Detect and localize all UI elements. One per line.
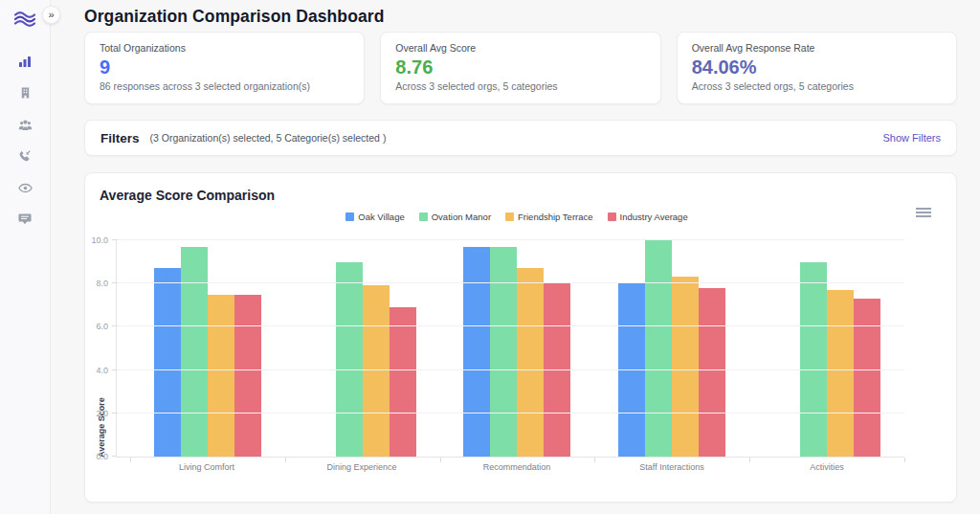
stat-label: Total Organizations <box>100 42 349 54</box>
filters-bar: Filters (3 Organization(s) selected, 5 C… <box>84 120 957 156</box>
legend-swatch <box>608 212 616 221</box>
y-tick-mark <box>112 413 117 413</box>
gridline <box>117 282 904 283</box>
bar-industry-average[interactable] <box>854 299 880 457</box>
y-tick-label: 6.0 <box>96 322 108 331</box>
legend-item-industry-average[interactable]: Industry Average <box>608 212 688 222</box>
building-icon[interactable] <box>14 83 35 102</box>
legend-swatch <box>505 212 514 221</box>
legend-item-ovation-manor[interactable]: Ovation Manor <box>419 212 491 222</box>
app-logo waves-logo-icon[interactable] <box>11 8 39 31</box>
x-axis-labels: Living ComfortDining ExperienceRecommend… <box>129 462 904 472</box>
stat-label: Overall Avg Score <box>395 42 645 54</box>
y-tick-mark <box>112 369 117 370</box>
phone-incoming-icon[interactable] <box>14 146 35 166</box>
y-tick-mark <box>112 282 117 283</box>
legend-item-oak-village[interactable]: Oak Village <box>345 212 404 222</box>
hamburger-menu-icon[interactable] <box>916 208 931 219</box>
bar-ovation-manor[interactable] <box>336 262 363 457</box>
sidebar-nav <box>14 52 35 229</box>
bar-ovation-manor[interactable] <box>800 262 827 457</box>
bar-chart-icon[interactable] <box>14 52 35 71</box>
stat-value: 9 <box>100 55 349 79</box>
stat-subtext: 86 responses across 3 selected organizat… <box>100 80 349 92</box>
y-tick-label: 4.0 <box>96 366 108 375</box>
y-tick-label: 2.0 <box>96 409 108 418</box>
stat-subtext: Across 3 selected orgs, 5 categories <box>692 80 942 92</box>
bar-industry-average[interactable] <box>390 307 416 457</box>
legend-label: Friendship Terrace <box>518 212 593 222</box>
bar-ovation-manor[interactable] <box>645 240 672 457</box>
y-tick-label: 8.0 <box>96 279 108 288</box>
y-axis-title: Average Score <box>97 240 106 458</box>
x-category-label: Living Comfort <box>129 462 284 472</box>
filters-title: Filters <box>100 131 140 145</box>
gridline <box>117 413 904 413</box>
x-category-label: Dining Experience <box>284 462 439 472</box>
legend-swatch <box>345 212 354 221</box>
page-title: Organization Comparison Dashboard <box>84 5 957 28</box>
chart-plot-area: 0.02.04.06.08.010.0 <box>116 240 904 458</box>
bar-friendship-terrace[interactable] <box>517 268 544 457</box>
y-tick-mark <box>112 239 117 240</box>
chart-bar-slots <box>130 240 904 457</box>
stat-label: Overall Avg Response Rate <box>692 42 942 54</box>
x-category-label: Activities <box>749 462 904 472</box>
bar-friendship-terrace[interactable] <box>827 290 854 457</box>
sidebar <box>0 0 51 514</box>
x-category-label: Recommendation <box>439 462 594 472</box>
bar-group-activities <box>749 240 904 457</box>
gridline <box>117 239 904 240</box>
stats-row: Total Organizations 9 86 responses acros… <box>84 32 957 104</box>
stat-card-total-organizations: Total Organizations 9 86 responses acros… <box>84 32 365 104</box>
chart-title: Average Score Comparison <box>100 188 275 203</box>
users-icon[interactable] <box>14 115 35 134</box>
eye-icon[interactable] <box>14 178 35 197</box>
stat-card-overall-avg-response-rate: Overall Avg Response Rate 84.06% Across … <box>677 32 957 104</box>
chat-icon[interactable] <box>14 210 35 229</box>
bar-oak-village[interactable] <box>463 247 490 457</box>
sidebar-expand-button chevrons-right-icon[interactable]: » <box>42 6 60 24</box>
filters-selection-summary: (3 Organization(s) selected, 5 Categorie… <box>150 132 387 144</box>
legend-label: Oak Village <box>358 212 404 222</box>
x-category-label: Staff Interactions <box>594 462 749 472</box>
stat-card-overall-avg-score: Overall Avg Score 8.76 Across 3 selected… <box>380 32 660 104</box>
x-tick-mark <box>904 458 905 462</box>
bar-industry-average[interactable] <box>699 288 725 457</box>
bar-group-living-comfort <box>130 240 285 457</box>
bar-friendship-terrace[interactable] <box>208 295 234 458</box>
stat-value: 84.06% <box>692 55 942 79</box>
main-content: Organization Comparison Dashboard Total … <box>51 0 980 514</box>
bar-friendship-terrace[interactable] <box>363 285 390 457</box>
bar-group-recommendation <box>440 240 595 457</box>
legend-item-friendship-terrace[interactable]: Friendship Terrace <box>505 212 593 222</box>
stat-subtext: Across 3 selected orgs, 5 categories <box>395 80 645 92</box>
gridline <box>117 369 904 370</box>
chart-legend: Oak VillageOvation ManorFriendship Terra… <box>129 212 904 222</box>
y-tick-mark <box>112 456 117 457</box>
bar-friendship-terrace[interactable] <box>672 277 699 457</box>
chart-card: Average Score Comparison Oak VillageOvat… <box>84 172 957 503</box>
bar-group-staff-interactions <box>594 240 749 457</box>
bar-ovation-manor[interactable] <box>181 247 208 457</box>
bar-oak-village[interactable] <box>154 268 181 457</box>
y-tick-label: 10.0 <box>91 235 108 245</box>
show-filters-link[interactable]: Show Filters <box>882 132 941 144</box>
bar-industry-average[interactable] <box>234 295 261 458</box>
stat-value: 8.76 <box>395 55 645 79</box>
y-tick-label: 0.0 <box>96 452 108 461</box>
legend-label: Industry Average <box>620 212 688 222</box>
y-tick-mark <box>112 325 117 326</box>
bar-ovation-manor[interactable] <box>490 247 517 457</box>
legend-label: Ovation Manor <box>432 212 491 222</box>
gridline <box>117 325 904 326</box>
bar-group-dining-experience <box>285 240 440 457</box>
legend-swatch <box>419 212 428 221</box>
